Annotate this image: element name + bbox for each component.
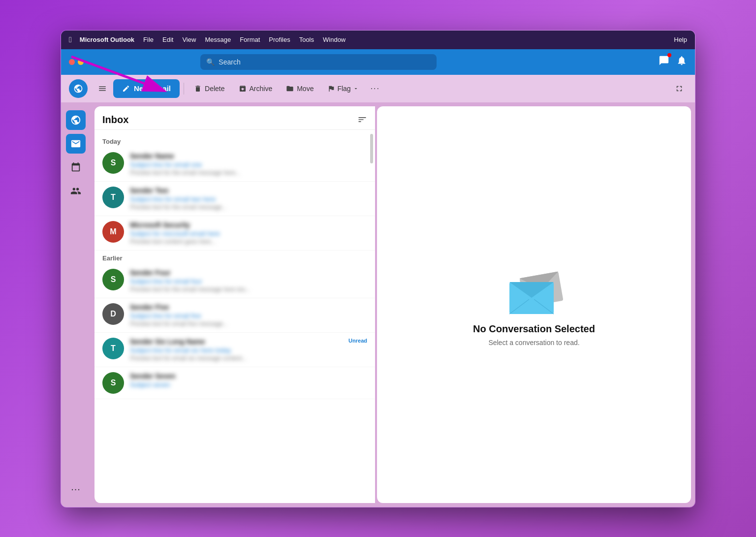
minimize-button[interactable] xyxy=(78,59,84,65)
divider xyxy=(184,83,184,95)
sidebar-nav: ··· xyxy=(61,102,91,507)
new-email-label: New Email xyxy=(134,84,171,93)
email-content: Sender Seven Subject seven xyxy=(130,372,367,389)
menu-view[interactable]: View xyxy=(182,36,196,43)
email-content: Sender Name Subject line for email one P… xyxy=(130,152,361,176)
email-content: Sender Four Subject line for email four … xyxy=(130,269,361,293)
inbox-title: Inbox xyxy=(102,114,128,126)
bell-icon[interactable] xyxy=(676,55,687,68)
email-sender: Sender Five xyxy=(130,303,361,311)
expand-button[interactable] xyxy=(671,81,687,96)
sidebar-toggle-button[interactable] xyxy=(94,80,111,97)
menu-tools[interactable]: Tools xyxy=(299,36,314,43)
globe-button[interactable] xyxy=(69,79,88,98)
delete-button[interactable]: Delete xyxy=(188,80,230,97)
email-subject: Subject seven xyxy=(130,381,367,388)
email-content: Sender Five Subject line for email five … xyxy=(130,303,361,327)
avatar: T xyxy=(102,187,124,208)
email-sender: Sender Name xyxy=(130,152,361,160)
email-time: Unread xyxy=(348,338,367,344)
toolbar: 🔍 Search xyxy=(61,49,695,75)
menu-edit[interactable]: Edit xyxy=(162,36,173,43)
email-preview: Preview text for the email message here.… xyxy=(130,169,361,176)
main-content: ··· Inbox Today S Sender Name Subject li… xyxy=(61,102,695,507)
earlier-section-label: Earlier xyxy=(94,251,375,264)
nav-people[interactable] xyxy=(66,181,86,201)
email-list-panel: Inbox Today S Sender Name Subject line f… xyxy=(94,106,375,503)
avatar: M xyxy=(102,221,124,243)
email-preview: Preview text for email five message... xyxy=(130,320,361,327)
email-list-header: Inbox xyxy=(94,106,375,130)
move-label: Move xyxy=(297,85,314,93)
email-sender: Sender Four xyxy=(130,269,361,277)
today-section-label: Today xyxy=(94,134,375,147)
email-item[interactable]: S Sender Four Subject line for email fou… xyxy=(94,264,375,298)
reading-pane: No Conversation Selected Select a conver… xyxy=(377,106,691,503)
email-content: Microsoft Security Subject for microsoft… xyxy=(130,221,361,245)
delete-label: Delete xyxy=(205,85,224,93)
avatar: S xyxy=(102,152,124,174)
avatar: S xyxy=(102,372,124,394)
menu-help[interactable]: Help xyxy=(674,36,687,43)
no-conversation-title: No Conversation Selected xyxy=(473,323,595,335)
email-subject: Subject for microsoft email here xyxy=(130,230,361,237)
email-content: Sender Six Long Name Subject line for em… xyxy=(130,338,343,362)
toolbar-right xyxy=(659,55,687,68)
email-sender: Sender Two xyxy=(130,187,361,194)
nav-mail[interactable] xyxy=(66,134,86,154)
email-preview: Preview text for the email message... xyxy=(130,204,361,211)
action-bar: New Email Delete Archive Move Flag ··· xyxy=(61,75,695,102)
traffic-lights xyxy=(69,59,84,65)
email-content: Sender Two Subject line for email two he… xyxy=(130,187,361,211)
more-button[interactable]: ··· xyxy=(367,81,384,96)
app-window:  Microsoft Outlook File Edit View Messa… xyxy=(61,30,695,507)
flag-label: Flag xyxy=(337,85,350,93)
search-bar[interactable]: 🔍 Search xyxy=(200,54,437,70)
chat-icon[interactable] xyxy=(659,55,669,68)
email-preview: Preview text for email six message conte… xyxy=(130,355,343,362)
close-button[interactable] xyxy=(69,59,75,65)
more-label: ··· xyxy=(371,84,380,93)
email-item[interactable]: M Microsoft Security Subject for microso… xyxy=(94,216,375,251)
email-subject: Subject line for email five xyxy=(130,312,361,319)
menu-outlook[interactable]: Microsoft Outlook xyxy=(80,36,134,43)
email-list-body: Today S Sender Name Subject line for ema… xyxy=(94,130,375,503)
menu-format[interactable]: Format xyxy=(240,36,260,43)
action-bar-right xyxy=(671,81,687,96)
email-item[interactable]: T Sender Six Long Name Subject line for … xyxy=(94,333,375,367)
notification-badge xyxy=(667,53,671,57)
email-subject: Subject line for email two here xyxy=(130,195,361,203)
menu-profiles[interactable]: Profiles xyxy=(269,36,290,43)
scrollbar[interactable] xyxy=(370,134,373,163)
email-subject: Subject line for email six here today xyxy=(130,347,343,354)
email-item[interactable]: D Sender Five Subject line for email fiv… xyxy=(94,298,375,333)
email-item[interactable]: S Sender Seven Subject seven xyxy=(94,367,375,399)
menu-message[interactable]: Message xyxy=(205,36,231,43)
filter-icon[interactable] xyxy=(357,115,367,125)
email-preview: Preview text for the email message here … xyxy=(130,286,361,293)
archive-button[interactable]: Archive xyxy=(233,80,279,97)
email-sender: Sender Seven xyxy=(130,372,367,380)
email-sender: Sender Six Long Name xyxy=(130,338,343,346)
search-label: Search xyxy=(219,58,240,66)
flag-button[interactable]: Flag xyxy=(321,80,364,97)
apple-icon[interactable]:  xyxy=(69,35,72,44)
search-icon: 🔍 xyxy=(206,58,215,66)
email-subject: Subject line for email one xyxy=(130,161,361,168)
email-item[interactable]: T Sender Two Subject line for email two … xyxy=(94,182,375,216)
menu-items: Microsoft Outlook File Edit View Message… xyxy=(80,36,346,43)
avatar: S xyxy=(102,269,124,290)
no-conversation-subtitle: Select a conversation to read. xyxy=(488,339,579,347)
new-email-button[interactable]: New Email xyxy=(113,79,180,98)
avatar: D xyxy=(102,303,124,325)
menu-bar:  Microsoft Outlook File Edit View Messa… xyxy=(61,31,695,49)
menu-window[interactable]: Window xyxy=(323,36,346,43)
nav-globe[interactable] xyxy=(66,110,86,130)
email-sender: Microsoft Security xyxy=(130,221,361,229)
nav-more[interactable]: ··· xyxy=(66,479,86,499)
nav-calendar[interactable] xyxy=(66,158,86,177)
move-button[interactable]: Move xyxy=(280,80,319,97)
email-item[interactable]: S Sender Name Subject line for email one… xyxy=(94,147,375,182)
menu-file[interactable]: File xyxy=(143,36,154,43)
archive-label: Archive xyxy=(250,85,273,93)
